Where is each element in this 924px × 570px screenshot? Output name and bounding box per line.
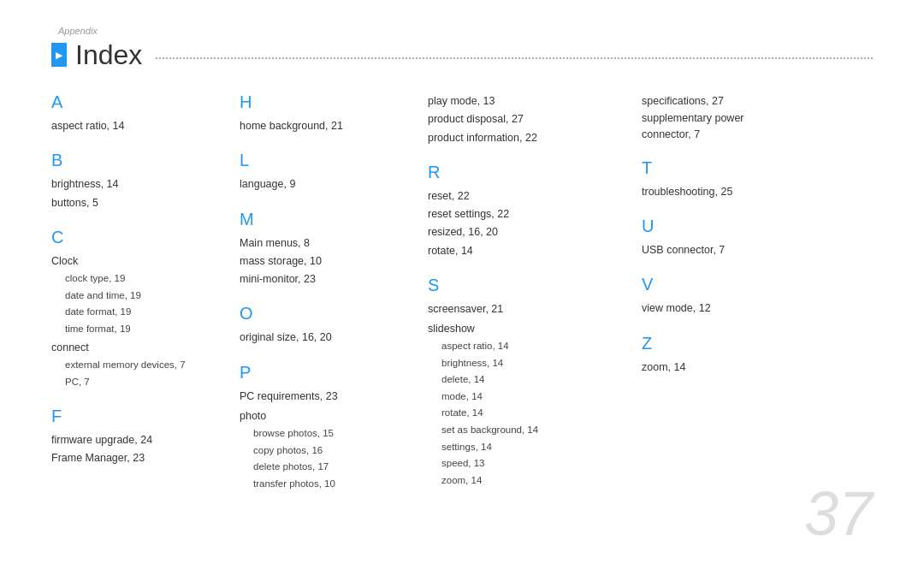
entry-language: language, 9 (240, 175, 411, 193)
entry-screensaver: screensaver, 21 (428, 300, 625, 318)
entry-photo-label: photo (240, 407, 411, 425)
entry-main-menus: Main menus, 8 (240, 235, 411, 252)
blue-marker: ▶ (51, 43, 67, 67)
entry-slideshow-brightness: brightness, 14 (428, 355, 625, 372)
entry-clock-label: Clock (51, 252, 222, 270)
entry-slideshow-zoom: zoom, 14 (428, 472, 625, 490)
entry-usb-connector: USB connector, 7 (642, 241, 821, 259)
entry-reset-settings: reset settings, 22 (428, 205, 625, 223)
section-s-letter: S (428, 276, 625, 295)
entry-mass-storage: mass storage, 10 (240, 252, 411, 270)
entry-original-size: original size, 16, 20 (240, 329, 411, 347)
entry-slideshow-rotate: rotate, 14 (428, 405, 625, 422)
entry-clock-type: clock type, 19 (51, 270, 222, 288)
header-divider (156, 57, 873, 59)
column-4: specifications, 27 supplementary powerco… (642, 92, 830, 492)
section-c-letter: C (51, 228, 222, 247)
column-2: H home background, 21 L language, 9 M Ma… (240, 92, 419, 492)
entry-delete-photos: delete photos, 17 (240, 459, 411, 476)
entry-buttons: buttons, 5 (51, 194, 222, 212)
index-content: A aspect ratio, 14 B brightness, 14 butt… (51, 92, 873, 492)
entry-pc-requirements: PC requirements, 23 (240, 388, 411, 406)
entry-date-and-time: date and time, 19 (51, 288, 222, 305)
entry-play-mode: play mode, 13 (428, 92, 625, 110)
entry-slideshow-delete: delete, 14 (428, 371, 625, 389)
entry-product-information: product information, 22 (428, 129, 625, 147)
column-3: play mode, 13 product disposal, 27 produ… (428, 92, 633, 492)
entry-troubleshooting: troubleshooting, 25 (642, 183, 821, 201)
entry-browse-photos: browse photos, 15 (240, 425, 411, 442)
entry-firmware-upgrade: firmware upgrade, 24 (51, 431, 222, 449)
entry-resized: resized, 16, 20 (428, 223, 625, 241)
entry-connect-label: connect (51, 339, 222, 357)
section-t-letter: T (642, 158, 821, 178)
entry-date-format: date format, 19 (51, 304, 222, 321)
entry-reset: reset, 22 (428, 187, 625, 205)
section-z-letter: Z (642, 334, 821, 353)
page-title: Index (75, 41, 142, 68)
section-u-letter: U (642, 217, 821, 236)
entry-mini-monitor: mini-monitor, 23 (240, 270, 411, 288)
entry-time-format: time format, 19 (51, 321, 222, 338)
column-1: A aspect ratio, 14 B brightness, 14 butt… (51, 92, 231, 492)
entry-slideshow-aspect-ratio: aspect ratio, 14 (428, 338, 625, 355)
section-b-letter: B (51, 151, 222, 170)
section-p-letter: P (240, 363, 411, 383)
section-o-letter: O (240, 304, 411, 324)
entry-slideshow-mode: mode, 14 (428, 389, 625, 406)
entry-home-background: home background, 21 (240, 117, 411, 135)
entry-copy-photos: copy photos, 16 (240, 442, 411, 460)
entry-aspect-ratio: aspect ratio, 14 (51, 117, 222, 135)
entry-brightness: brightness, 14 (51, 175, 222, 193)
entry-slideshow-label: slideshow (428, 320, 625, 338)
entry-zoom: zoom, 14 (642, 359, 821, 377)
appendix-label: Appendix (58, 26, 98, 36)
entry-view-mode: view mode, 12 (642, 300, 821, 318)
section-a-letter: A (51, 92, 222, 112)
entry-slideshow-speed: speed, 13 (428, 455, 625, 472)
page-header: ▶ Index (51, 41, 873, 68)
section-v-letter: V (642, 275, 821, 294)
section-r-letter: R (428, 163, 625, 182)
entry-pc: PC, 7 (51, 374, 222, 391)
section-h-letter: H (240, 92, 411, 112)
entry-frame-manager: Frame Manager, 23 (51, 449, 222, 467)
entry-slideshow-set-as-bg: set as background, 14 (428, 422, 625, 439)
section-f-letter: F (51, 407, 222, 426)
entry-product-disposal: product disposal, 27 (428, 110, 625, 128)
marker-arrow-icon: ▶ (56, 50, 62, 60)
entry-specifications: specifications, 27 (642, 92, 821, 110)
page-number: 37 (804, 483, 873, 544)
section-m-letter: M (240, 210, 411, 229)
entry-transfer-photos: transfer photos, 10 (240, 476, 411, 493)
entry-supplementary-power: supplementary powerconnector, 7 (642, 110, 821, 143)
section-l-letter: L (240, 151, 411, 170)
page: Appendix ▶ Index A aspect ratio, 14 B br… (0, 0, 924, 570)
entry-external-memory: external memory devices, 7 (51, 357, 222, 374)
entry-slideshow-settings: settings, 14 (428, 439, 625, 456)
entry-rotate: rotate, 14 (428, 242, 625, 260)
